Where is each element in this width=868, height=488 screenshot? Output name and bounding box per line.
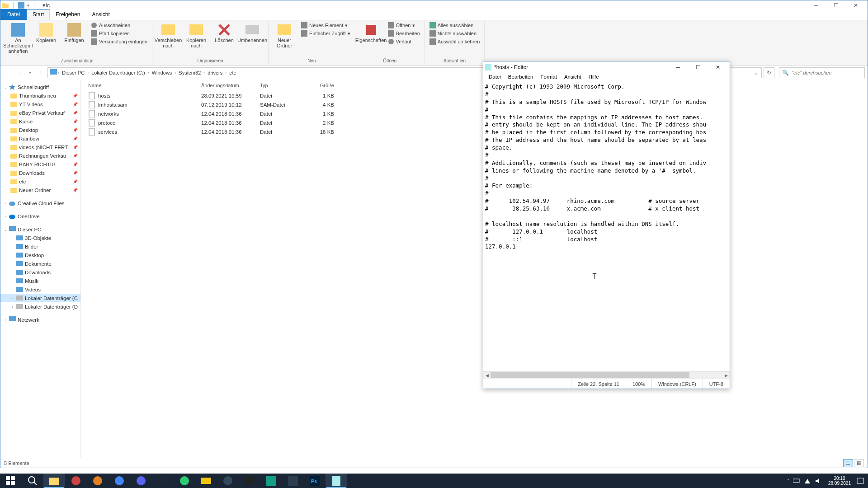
steam-taskbar[interactable] xyxy=(152,474,174,488)
chrome-taskbar[interactable] xyxy=(108,474,130,488)
tree-item[interactable]: Downloads xyxy=(0,268,80,277)
easyaccess-button[interactable]: Einfacher Zugriff ▾ xyxy=(299,29,352,38)
scroll-left-icon[interactable]: ◀ xyxy=(483,372,491,379)
search-box[interactable]: 🔍 xyxy=(779,67,865,78)
copy-path-button[interactable]: Pfad kopieren xyxy=(89,29,149,38)
rename-button[interactable]: Umbenennen xyxy=(239,21,265,45)
maximize-button[interactable]: ☐ xyxy=(826,0,846,10)
properties-button[interactable]: Eigenschaften xyxy=(358,21,384,45)
nav-tree[interactable]: ⌄Schnellzugriff Thumbnails neu📌YT Videos… xyxy=(0,80,81,458)
tree-item[interactable]: Rainbow📌 xyxy=(0,134,80,143)
tree-item[interactable]: Bilder xyxy=(0,242,80,251)
history-button[interactable]: Verlauf xyxy=(386,38,422,46)
crumb[interactable]: System32 xyxy=(177,70,203,75)
forward-button[interactable]: → xyxy=(14,68,24,78)
paste-link-button[interactable]: Verknüpfung einfügen xyxy=(89,38,149,46)
pin-button[interactable]: An Schnellzugriff anheften xyxy=(5,21,31,56)
menu-help[interactable]: Hilfe xyxy=(585,73,603,82)
start-button[interactable] xyxy=(0,474,22,488)
tree-item[interactable]: Desktop📌 xyxy=(0,126,80,134)
selectnone-button[interactable]: Nichts auswählen xyxy=(428,29,482,38)
refresh-button[interactable]: ↻ xyxy=(764,67,774,78)
tab-file[interactable]: Datei xyxy=(0,9,27,20)
up-button[interactable]: ↑ xyxy=(36,68,46,78)
app-taskbar[interactable] xyxy=(174,474,195,488)
scroll-thumb[interactable] xyxy=(491,372,689,378)
tray-chevron-icon[interactable]: ˄ xyxy=(787,479,789,483)
tree-item[interactable]: ›Lokaler Datenträger (D xyxy=(0,302,80,311)
network-icon[interactable] xyxy=(804,477,811,484)
volume-icon[interactable] xyxy=(815,477,822,484)
quick-access[interactable]: Schnellzugriff xyxy=(18,84,49,90)
crumb[interactable]: etc xyxy=(227,70,238,75)
selectall-button[interactable]: Alles auswählen xyxy=(428,21,482,29)
firefox-taskbar[interactable] xyxy=(87,474,108,488)
app-taskbar[interactable] xyxy=(195,474,217,488)
tree-item[interactable]: Downloads📌 xyxy=(0,169,80,177)
newitem-button[interactable]: Neues Element ▾ xyxy=(299,21,352,29)
opera-taskbar[interactable] xyxy=(65,474,87,488)
tree-item[interactable]: Kurse📌 xyxy=(0,117,80,126)
selectinv-button[interactable]: Auswahl umkehren xyxy=(428,38,482,46)
tab-view[interactable]: Ansicht xyxy=(86,9,115,20)
back-button[interactable]: ← xyxy=(3,68,13,78)
obs-taskbar[interactable] xyxy=(239,474,260,488)
col-name[interactable]: Name xyxy=(85,83,198,88)
tree-item[interactable]: videos (NICHT FERT📌 xyxy=(0,143,80,151)
file-row[interactable]: protocol12.04.2018 01:36Datei2 KB xyxy=(85,118,868,127)
edit-button[interactable]: Bearbeiten xyxy=(386,29,422,38)
copyto-button[interactable]: Kopieren nach xyxy=(183,21,209,50)
qat-dropdown-icon[interactable]: ▾ xyxy=(27,3,29,8)
search-button[interactable] xyxy=(22,474,43,488)
file-list[interactable]: Name Änderungsdatum Typ Größe hosts28.09… xyxy=(81,80,868,458)
notepad-taskbar[interactable] xyxy=(326,474,347,488)
file-row[interactable]: lmhosts.sam07.12.2019 10:12SAM-Datei4 KB xyxy=(85,100,868,109)
tree-item[interactable]: Videos xyxy=(0,285,80,294)
open-button[interactable]: Öffnen ▾ xyxy=(386,21,422,29)
tree-item[interactable]: YT Videos📌 xyxy=(0,100,80,108)
cut-button[interactable]: Ausschneiden xyxy=(89,21,149,29)
menu-format[interactable]: Format xyxy=(537,73,560,82)
explorer-taskbar[interactable] xyxy=(43,474,65,488)
tree-item[interactable]: Thumbnails neu📌 xyxy=(0,91,80,100)
delete-button[interactable]: Löschen xyxy=(211,21,237,45)
photoshop-taskbar[interactable]: Ps xyxy=(304,474,326,488)
search-input[interactable] xyxy=(792,70,862,75)
close-button[interactable]: ✕ xyxy=(846,0,866,10)
col-type[interactable]: Typ xyxy=(256,83,302,88)
clock[interactable]: 20:10 28.09.2021 xyxy=(826,476,854,486)
notifications-icon[interactable] xyxy=(857,477,864,484)
file-row[interactable]: networks12.04.2018 01:36Datei1 KB xyxy=(85,109,868,118)
scroll-right-icon[interactable]: ▶ xyxy=(722,372,730,379)
crumb[interactable]: Dieser PC xyxy=(60,70,86,75)
tree-item[interactable]: Musik xyxy=(0,277,80,285)
tree-item[interactable]: eBay Privat Verkauf📌 xyxy=(0,108,80,117)
minimize-button[interactable]: ─ xyxy=(806,0,826,10)
tree-item[interactable]: etc📌 xyxy=(0,177,80,186)
moveto-button[interactable]: Verschieben nach xyxy=(155,21,181,50)
app-taskbar[interactable] xyxy=(260,474,282,488)
crumb[interactable]: Lokaler Datenträger (C:) xyxy=(90,70,147,75)
col-size[interactable]: Größe xyxy=(302,83,338,88)
menu-view[interactable]: Ansicht xyxy=(561,73,585,82)
maximize-button[interactable]: ☐ xyxy=(688,62,708,73)
menu-file[interactable]: Datei xyxy=(485,73,505,82)
tree-item[interactable]: Desktop xyxy=(0,251,80,259)
address-dropdown-icon[interactable]: ⌄ xyxy=(752,70,760,76)
icons-view-button[interactable]: ▦ xyxy=(854,459,864,467)
tree-item[interactable]: Dokumente xyxy=(0,259,80,268)
tree-item[interactable]: Rechnungen Verkau📌 xyxy=(0,151,80,160)
tree-item[interactable]: ›Lokaler Datenträger (C xyxy=(0,294,80,302)
file-row[interactable]: hosts28.09.2021 19:59Datei1 KB xyxy=(85,91,868,100)
text-area[interactable]: # Copyright (c) 1993-2009 Microsoft Corp… xyxy=(483,82,730,371)
app-taskbar[interactable] xyxy=(282,474,304,488)
crumb[interactable]: drivers xyxy=(206,70,224,75)
tab-share[interactable]: Freigeben xyxy=(50,9,86,20)
recent-dropdown[interactable]: ▾ xyxy=(25,68,35,78)
h-scrollbar[interactable]: ◀ ▶ xyxy=(483,371,730,379)
col-date[interactable]: Änderungsdatum xyxy=(198,83,256,88)
discord-taskbar[interactable] xyxy=(130,474,152,488)
app-taskbar[interactable] xyxy=(217,474,239,488)
battery-icon[interactable] xyxy=(793,477,800,484)
paste-button[interactable]: Einfügen xyxy=(61,21,87,45)
